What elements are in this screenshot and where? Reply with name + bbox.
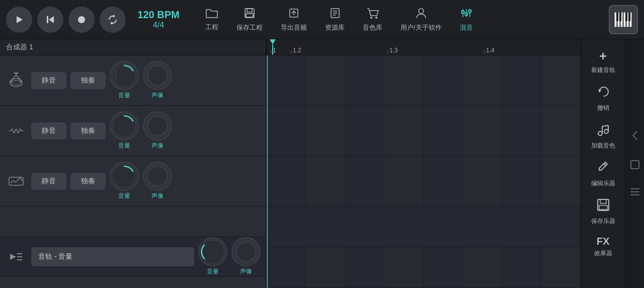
save-instrument-action[interactable]: 保存乐器 <box>581 194 625 230</box>
grid-cell[interactable] <box>384 55 424 105</box>
svg-line-60 <box>602 125 608 126</box>
ruler-mark-13: 1.3 <box>387 47 484 54</box>
track1-mute-button[interactable]: 静音 <box>31 72 66 89</box>
grid-cell[interactable] <box>306 106 345 156</box>
track2-solo-button[interactable]: 独奏 <box>70 122 106 139</box>
grid-cell[interactable] <box>306 248 345 287</box>
panel-header: 合成器 1 <box>0 39 266 55</box>
grid-cell[interactable] <box>463 55 502 105</box>
svg-point-56 <box>598 131 602 135</box>
svg-point-41 <box>113 114 136 138</box>
grid-cell[interactable] <box>424 106 463 156</box>
svg-rect-64 <box>599 205 607 209</box>
new-track-label: 新建音轨 <box>591 66 615 75</box>
edit-instrument-action[interactable]: 编辑乐器 <box>581 156 625 192</box>
timeline-ruler[interactable]: 1 1.2 1.3 1.4 <box>267 39 581 55</box>
menu-save[interactable]: 保存工程 <box>227 4 272 35</box>
play-button[interactable] <box>6 7 32 33</box>
svg-rect-28 <box>619 12 621 21</box>
grid-cell[interactable] <box>502 156 541 206</box>
folder-icon <box>205 8 218 21</box>
svg-point-57 <box>604 129 608 133</box>
grid-cell[interactable] <box>306 156 345 206</box>
master-icon[interactable] <box>5 246 27 268</box>
track-list: 静音 独奏 音量 <box>0 55 266 288</box>
back-button[interactable] <box>37 7 63 33</box>
mixer-icon <box>460 7 472 21</box>
undo-action[interactable]: 撤销 <box>581 81 625 116</box>
grid-cell[interactable] <box>345 55 384 105</box>
menu-user[interactable]: 用户/关于软件 <box>391 4 451 35</box>
menu-lines-button[interactable] <box>627 185 643 201</box>
svg-point-13 <box>375 17 377 19</box>
fx-action[interactable]: FX 效果器 <box>581 232 625 262</box>
back-nav-button[interactable] <box>628 126 642 147</box>
svg-line-35 <box>14 73 16 74</box>
user-icon <box>415 7 428 21</box>
grid-cell[interactable] <box>502 55 541 105</box>
track1-pan-label: 声像 <box>151 91 164 100</box>
menu-project[interactable]: 工程 <box>196 5 227 35</box>
grid-cell[interactable] <box>463 156 502 206</box>
playhead[interactable] <box>270 39 276 55</box>
grid-cell[interactable] <box>345 156 384 206</box>
top-toolbar: 120 BPM 4/4 工程 保存工程 导出音频 资源库 <box>0 0 644 39</box>
load-sound-action[interactable]: 加载音色 <box>581 118 625 154</box>
square-button[interactable] <box>627 157 643 175</box>
grid-area[interactable] <box>267 55 581 288</box>
track1-volume-knob[interactable]: 音量 <box>110 61 139 100</box>
playhead-line <box>272 44 273 55</box>
grid-cell[interactable] <box>502 106 541 156</box>
grid-cell[interactable] <box>502 248 541 287</box>
track2-icon[interactable] <box>5 120 27 142</box>
track2-mute-button[interactable]: 静音 <box>31 122 66 139</box>
grid-cell[interactable] <box>267 248 306 287</box>
grid-cell[interactable] <box>384 248 424 287</box>
grid-cell[interactable] <box>541 106 581 156</box>
grid-cell[interactable] <box>463 106 502 156</box>
track3-icon[interactable] <box>5 170 27 192</box>
loop-button[interactable] <box>100 7 126 33</box>
grid-cell[interactable] <box>424 156 463 206</box>
grid-cell[interactable] <box>541 55 581 105</box>
grid-cell[interactable] <box>267 106 306 156</box>
menu-sounds[interactable]: 音色库 <box>354 4 391 35</box>
grid-cell[interactable] <box>267 206 581 247</box>
grid-cell[interactable] <box>267 55 306 105</box>
grid-cell[interactable] <box>267 156 306 206</box>
master-volume-knob[interactable]: 音量 <box>198 237 227 276</box>
track1-solo-button[interactable]: 独奏 <box>70 72 106 89</box>
menu-export[interactable]: 导出音频 <box>272 4 316 35</box>
svg-rect-27 <box>616 12 618 21</box>
track3-volume-knob[interactable]: 音量 <box>110 162 139 200</box>
menu-library[interactable]: 资源库 <box>316 4 354 35</box>
grid-cell[interactable] <box>384 106 424 156</box>
grid-cell[interactable] <box>463 248 502 287</box>
track2-pan-knob[interactable]: 声像 <box>143 111 172 150</box>
tempo-display[interactable]: 120 BPM 4/4 <box>136 9 181 30</box>
track3-solo-button[interactable]: 独奏 <box>70 173 106 190</box>
new-track-action[interactable]: + 新建音轨 <box>581 44 625 79</box>
edit-instrument-label: 编辑乐器 <box>591 179 615 188</box>
grid-cell[interactable] <box>345 248 384 287</box>
track2-volume-knob[interactable]: 音量 <box>110 111 139 150</box>
piano-keyboard-button[interactable] <box>609 5 638 34</box>
save-instrument-label: 保存乐器 <box>591 217 615 226</box>
grid-cell[interactable] <box>384 156 424 206</box>
grid-cell[interactable] <box>424 55 463 105</box>
svg-point-52 <box>201 240 225 264</box>
svg-rect-29 <box>625 12 627 21</box>
grid-cell[interactable] <box>345 106 384 156</box>
master-pan-knob[interactable]: 声像 <box>231 237 261 276</box>
grid-cell[interactable] <box>541 248 581 287</box>
grid-cell[interactable] <box>424 248 463 287</box>
track3-mute-button[interactable]: 静音 <box>31 173 66 190</box>
track3-pan-knob[interactable]: 声像 <box>143 162 172 200</box>
grid-cell[interactable] <box>306 55 345 105</box>
timeline-area: 1 1.2 1.3 1.4 <box>267 39 581 288</box>
stop-button[interactable] <box>68 7 95 33</box>
track1-pan-knob[interactable]: 声像 <box>143 61 172 100</box>
grid-cell[interactable] <box>541 156 581 206</box>
menu-mixer[interactable]: 混音 <box>451 4 482 35</box>
track1-icon[interactable] <box>5 69 27 92</box>
